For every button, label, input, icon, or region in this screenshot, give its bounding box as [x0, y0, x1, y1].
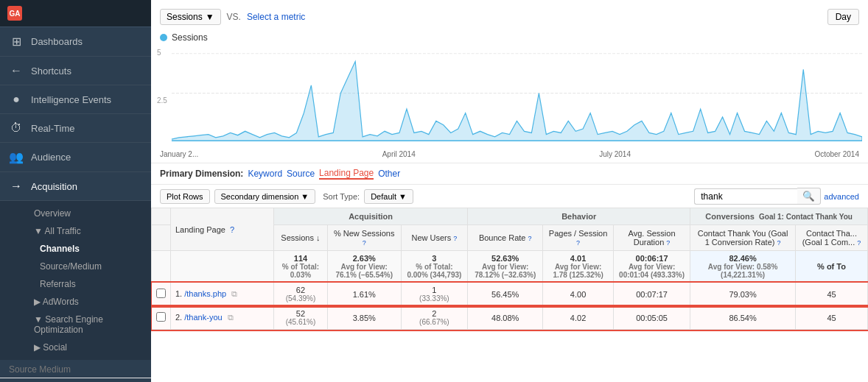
row2-avg-duration: 00:05:05: [613, 306, 690, 330]
sidebar-sub-referrals[interactable]: Referrals: [28, 275, 151, 293]
row2-copy-icon[interactable]: ⧉: [228, 313, 234, 322]
sort-type-arrow-icon: ▼: [399, 192, 407, 201]
goal-header: Goal 1: Contact Thank You: [759, 213, 853, 221]
pct-new-sessions-col-header: % New Sessions ?: [327, 225, 401, 251]
row1-copy-icon[interactable]: ⧉: [231, 289, 237, 298]
row1-completions: 45: [796, 283, 868, 306]
totals-pct-new: 2.63% Avg for View: 76.1% (−65.54%): [327, 251, 401, 283]
sidebar-item-label: Acquisition: [31, 181, 77, 192]
dim-other-link[interactable]: Other: [378, 169, 400, 179]
ga-logo-icon: GA: [7, 6, 22, 21]
data-table: Landing Page ? Acquisition Behavior Conv…: [151, 208, 868, 330]
sidebar-sub-adwords[interactable]: ▶ AdWords: [28, 293, 151, 311]
new-users-col-header: New Users ?: [401, 225, 468, 251]
sidebar-item-acquisition[interactable]: → Acquisition: [0, 172, 151, 201]
row2-checkbox[interactable]: [152, 306, 171, 330]
search-button[interactable]: 🔍: [797, 188, 821, 205]
row1-landing-page: 1. /thanks.php ⧉: [171, 283, 274, 306]
row1-avg-duration: 00:07:17: [613, 283, 690, 306]
sidebar-item-dashboards[interactable]: ⊞ Dashboards: [0, 27, 151, 57]
advanced-link[interactable]: advanced: [824, 192, 859, 201]
conversions-section-header: Conversions Goal 1: Contact Thank You: [690, 208, 868, 225]
row2-num: 2.: [175, 313, 182, 322]
row1-bounce-rate: 56.45%: [468, 283, 543, 306]
sessions-legend-label: Sessions: [172, 32, 208, 43]
avg-duration-col-header: Avg. Session Duration ?: [613, 225, 690, 251]
search-box: 🔍 advanced: [694, 188, 859, 205]
conversion-rate-col-header: Contact Thank You (Goal 1 Conversion Rat…: [690, 225, 796, 251]
sidebar-sub-channels[interactable]: Channels: [28, 240, 151, 258]
sidebar-item-label: Real-Time: [31, 123, 74, 134]
sort-type-button[interactable]: Default ▼: [364, 189, 413, 204]
primary-dimension-row: Primary Dimension: Keyword Source Landin…: [151, 163, 868, 184]
plot-rows-button[interactable]: Plot Rows: [160, 189, 210, 204]
checkbox-col-header: [152, 225, 171, 251]
source-medium-section: Source Medium: [0, 360, 151, 378]
totals-new-users: 3 % of Total: 0.00% (344,793): [401, 251, 468, 283]
sessions-dropdown[interactable]: Sessions ▼: [160, 9, 221, 25]
select-all-header: [152, 208, 171, 225]
landing-page-header: Landing Page ?: [171, 208, 274, 251]
row1-checkbox[interactable]: [152, 283, 171, 306]
vs-label: VS.: [227, 12, 241, 22]
bounce-rate-col-header: Bounce Rate ?: [468, 225, 543, 251]
behavior-section-header: Behavior: [468, 208, 690, 225]
row1-conversion-rate: 79.03%: [690, 283, 796, 306]
secondary-dimension-button[interactable]: Secondary dimension ▼: [214, 189, 316, 204]
totals-label: [171, 251, 274, 283]
dashboards-icon: ⊞: [9, 35, 24, 49]
row1-pct-new: 1.61%: [327, 283, 401, 306]
shortcuts-icon: ←: [9, 64, 24, 77]
totals-bounce-rate: 52.63% Avg for View: 78.12% (−32.63%): [468, 251, 543, 283]
row2-conversion-rate: 86.54%: [690, 306, 796, 330]
sidebar-header: GA: [0, 0, 151, 27]
realtime-icon: ⏱: [9, 121, 24, 135]
dim-source-link[interactable]: Source: [287, 169, 315, 179]
help-icon: ?: [230, 225, 234, 234]
totals-sessions: 114 % of Total: 0.03%: [274, 251, 328, 283]
sidebar-sub-social[interactable]: ▶ Social: [28, 339, 151, 356]
sidebar-item-label: Audience: [31, 152, 71, 163]
sidebar-sub-all-traffic[interactable]: ▼ All Traffic: [28, 222, 151, 240]
row2-completions: 45: [796, 306, 868, 330]
main-content: Sessions ▼ VS. Select a metric Day Sessi…: [151, 0, 868, 382]
totals-completions: % of To: [796, 251, 868, 283]
row1-checkbox-input[interactable]: [156, 289, 166, 298]
totals-conversion-rate: 82.46% Avg for View: 0.58% (14,221.31%): [690, 251, 796, 283]
row1-num: 1.: [175, 289, 182, 298]
row1-sessions: 62 (54.39%): [274, 283, 328, 306]
goal-completions-col-header: Contact Tha... (Goal 1 Com... ?: [796, 225, 868, 251]
sidebar-item-realtime[interactable]: ⏱ Real-Time: [0, 114, 151, 143]
secondary-dim-arrow-icon: ▼: [301, 192, 309, 201]
sessions-col-header: Sessions ↓: [274, 225, 328, 251]
row1-page-link[interactable]: /thanks.php: [184, 289, 226, 298]
totals-pages-session: 4.01 Avg for View: 1.78 (125.32%): [543, 251, 614, 283]
sidebar-item-label: Dashboards: [31, 36, 83, 47]
sidebar-sub-overview[interactable]: Overview: [28, 205, 151, 222]
sidebar-item-intelligence[interactable]: ● Intelligence Events: [0, 85, 151, 114]
day-button[interactable]: Day: [827, 9, 859, 25]
primary-dim-label: Primary Dimension:: [160, 169, 243, 179]
sidebar-sub-source-medium[interactable]: Source/Medium: [28, 258, 151, 275]
row2-pct-new: 3.85%: [327, 306, 401, 330]
row2-checkbox-input[interactable]: [156, 312, 166, 322]
sidebar-item-shortcuts[interactable]: ← Shortcuts: [0, 57, 151, 85]
row2-page-link[interactable]: /thank-you: [184, 313, 222, 322]
intelligence-icon: ●: [9, 93, 24, 106]
sort-type-label: Sort Type:: [323, 192, 360, 201]
sidebar: GA ⊞ Dashboards ← Shortcuts ● Intelligen…: [0, 0, 151, 382]
row2-landing-page: 2. /thank-you ⧉: [171, 306, 274, 330]
acquisition-section-header: Acquisition: [274, 208, 468, 225]
select-metric-link[interactable]: Select a metric: [247, 12, 305, 22]
dim-landing-page-link[interactable]: Landing Page: [319, 168, 374, 180]
dim-keyword-link[interactable]: Keyword: [248, 169, 282, 179]
search-input[interactable]: [694, 188, 797, 205]
row2-new-users: 2 (66.67%): [401, 306, 468, 330]
sidebar-sub-menu: Overview ▼ All Traffic Channels Source/M…: [0, 201, 151, 360]
chart-legend: Sessions: [151, 31, 868, 46]
sidebar-sub-seo[interactable]: ▼ Search Engine Optimization: [28, 311, 151, 339]
dropdown-arrow-icon: ▼: [206, 12, 214, 22]
row2-pages-session: 4.02: [543, 306, 614, 330]
sidebar-item-audience[interactable]: 👥 Audience: [0, 143, 151, 172]
table-row: 1. /thanks.php ⧉ 62 (54.39%) 1.61% 1 (33…: [152, 283, 868, 306]
